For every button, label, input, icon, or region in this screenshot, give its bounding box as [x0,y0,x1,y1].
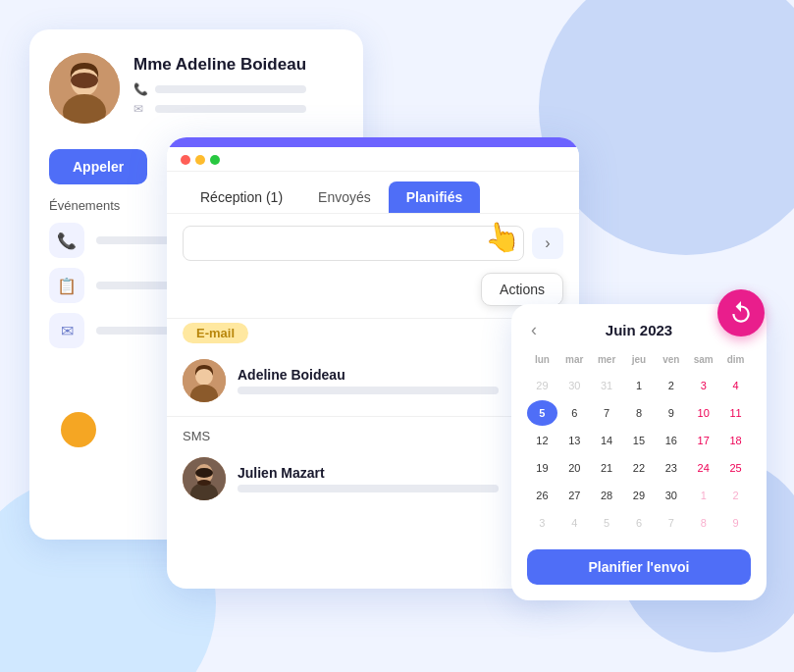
cal-header-dim: dim [720,352,751,371]
window-dots [167,147,579,172]
cal-day-6[interactable]: 6 [559,400,590,426]
history-button[interactable] [717,289,765,336]
actions-button[interactable]: Actions [481,273,563,306]
cal-day-31-prev[interactable]: 31 [592,373,622,398]
cal-day-20[interactable]: 20 [559,455,590,481]
cursor-hand: 👆 [481,217,523,257]
contact-name: Mme Adeline Boideau [133,55,306,75]
sidebar-clipboard-icon: 📋 [49,268,84,303]
cal-day-16[interactable]: 16 [656,428,686,453]
svg-point-11 [197,480,211,486]
cal-day-4-next[interactable]: 4 [559,510,590,536]
contact-info: Mme Adeline Boideau 📞 ✉ [133,55,306,122]
cal-day-22[interactable]: 22 [624,455,655,481]
calendar-card: ‹ Juin 2023 › lun mar mer jeu ven sam di… [511,304,767,600]
cal-day-15[interactable]: 15 [624,428,655,453]
cal-header-mer: mer [592,352,622,371]
cal-day-18[interactable]: 18 [720,428,751,453]
cal-day-30[interactable]: 30 [656,483,686,508]
cal-day-6-next[interactable]: 6 [624,510,655,536]
adeline-avatar [183,359,226,402]
cal-day-12[interactable]: 12 [527,428,557,453]
cal-day-28[interactable]: 28 [592,483,622,508]
calendar-grid: lun mar mer jeu ven sam dim 29 30 31 1 2… [527,352,751,536]
adeline-avatar-image [183,359,226,402]
email-bar [155,105,306,113]
cal-day-23[interactable]: 23 [656,455,686,481]
tab-envoyes[interactable]: Envoyés [300,181,389,213]
cal-header-ven: ven [656,352,686,371]
julien-avatar [183,457,226,500]
cal-day-5[interactable]: 5 [527,400,557,426]
phone-row: 📞 [133,82,306,96]
cal-day-30-prev[interactable]: 30 [559,373,590,398]
history-icon [728,300,754,326]
julien-bar [238,485,499,492]
cal-day-25[interactable]: 25 [720,455,751,481]
calendar-nav: ‹ Juin 2023 › [527,320,751,340]
cal-day-10[interactable]: 10 [688,400,718,426]
sidebar-phone-icon: 📞 [49,223,84,258]
cal-day-7[interactable]: 7 [592,400,622,426]
dot-red[interactable] [181,155,190,165]
tabs-row: Réception (1) Envoyés Planifiés [167,172,579,214]
cal-day-19[interactable]: 19 [527,455,557,481]
cal-day-26[interactable]: 26 [527,483,557,508]
sidebar-email-icon: ✉ [49,313,84,348]
cal-day-29[interactable]: 29 [624,483,655,508]
email-badge: E-mail [183,323,248,343]
julien-avatar-image [183,457,226,500]
svg-point-10 [195,468,213,478]
email-icon-contact: ✉ [133,102,147,116]
cal-day-5-next[interactable]: 5 [592,510,622,536]
cal-day-3[interactable]: 3 [688,373,718,398]
phone-bar [155,85,306,93]
cal-header-mar: mar [559,352,590,371]
tab-reception[interactable]: Réception (1) [183,181,300,213]
cal-header-jeu: jeu [624,352,655,371]
calendar-title: Juin 2023 [606,322,672,338]
cal-day-21[interactable]: 21 [592,455,622,481]
dot-green[interactable] [210,155,220,165]
cal-day-1-next[interactable]: 1 [688,483,718,508]
planifier-button[interactable]: Planifier l'envoi [527,549,751,585]
dot-yellow[interactable] [195,155,205,165]
tab-planifies[interactable]: Planifiés [389,181,481,213]
cal-day-4[interactable]: 4 [720,373,751,398]
avatar [49,53,120,124]
calendar-prev-button[interactable]: ‹ [527,320,541,340]
adeline-bar [238,387,499,394]
svg-point-3 [71,73,98,88]
search-arrow-button[interactable]: › [532,228,563,259]
cal-day-2-next[interactable]: 2 [720,483,751,508]
cal-day-9[interactable]: 9 [656,400,686,426]
cal-day-29-prev[interactable]: 29 [527,373,557,398]
cal-day-1[interactable]: 1 [624,373,655,398]
cal-header-sam: sam [688,352,718,371]
search-input[interactable] [183,226,524,261]
call-button[interactable]: Appeler [49,149,147,184]
cal-header-lun: lun [527,352,557,371]
cal-day-13[interactable]: 13 [559,428,590,453]
email-row: ✉ [133,102,306,116]
cal-day-8[interactable]: 8 [624,400,655,426]
orange-dot [61,412,96,447]
cal-day-17[interactable]: 17 [688,428,718,453]
cal-day-7-next[interactable]: 7 [656,510,686,536]
contact-header: Mme Adeline Boideau 📞 ✉ [49,53,344,124]
cal-day-9-next[interactable]: 9 [720,510,751,536]
cal-day-11[interactable]: 11 [720,400,751,426]
card-header-bar [167,137,579,147]
phone-icon: 📞 [133,82,147,96]
cal-day-24[interactable]: 24 [688,455,718,481]
avatar-image [49,53,120,124]
cal-day-27[interactable]: 27 [559,483,590,508]
cal-day-3-next[interactable]: 3 [527,510,557,536]
cal-day-14[interactable]: 14 [592,428,622,453]
cal-day-2[interactable]: 2 [656,373,686,398]
cal-day-8-next[interactable]: 8 [688,510,718,536]
